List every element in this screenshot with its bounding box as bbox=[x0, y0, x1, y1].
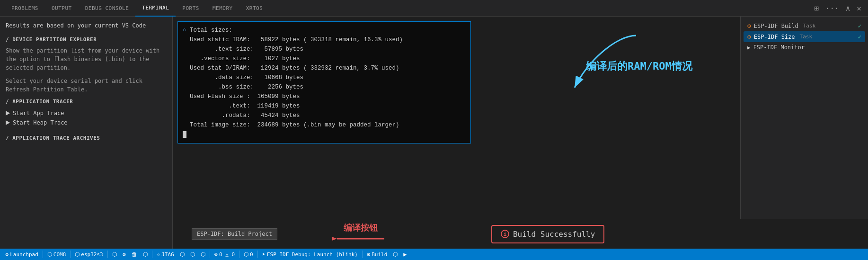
tab-xrtos[interactable]: XRTOS bbox=[239, 0, 270, 17]
statusbar-gear[interactable]: ⚙ bbox=[121, 249, 127, 260]
statusbar-errors-label: 0 △ 0 bbox=[219, 251, 235, 258]
statusbar-esp32s3-label: esp32s3 bbox=[81, 251, 103, 258]
flash-icon: ⬡ bbox=[112, 251, 117, 258]
tab-ports[interactable]: PORTS bbox=[176, 0, 206, 17]
start-app-trace-item[interactable]: Start App Trace bbox=[6, 108, 167, 118]
monitor-task-icon: ▶ bbox=[747, 45, 751, 51]
status-sep-4 bbox=[152, 251, 152, 258]
task-esp-idf-monitor[interactable]: ▶ ESP-IDF Monitor bbox=[744, 42, 865, 53]
statusbar-box[interactable]: ⬡ bbox=[142, 249, 149, 260]
task-esp-idf-size-check: ✓ bbox=[858, 34, 861, 40]
task-esp-idf-size-label: ESP-IDF Size bbox=[754, 34, 795, 40]
play-icon bbox=[6, 111, 10, 116]
statusbar-com8-label: COM8 bbox=[53, 251, 66, 258]
center-panel: ○ Total sizes: Used static IRAM: 58922 b… bbox=[173, 17, 868, 249]
start-app-trace-label: Start App Trace bbox=[13, 110, 64, 117]
tab-terminal[interactable]: TERMINAL bbox=[135, 0, 176, 17]
sidebar-info: Results are based on your current VS Cod… bbox=[6, 21, 167, 30]
tab-debug-console[interactable]: DEBUG CONSOLE bbox=[79, 0, 136, 17]
close-icon[interactable]: ✕ bbox=[855, 3, 863, 14]
layout-icon[interactable]: ⊞ bbox=[812, 3, 821, 14]
status-sep-8 bbox=[362, 251, 363, 258]
jtag-icon: ☆ bbox=[157, 251, 160, 258]
terminal-box: ○ Total sizes: Used static IRAM: 58922 b… bbox=[177, 21, 471, 143]
sidebar: Results are based on your current VS Cod… bbox=[0, 17, 173, 249]
build-icon: ⚙ bbox=[367, 251, 370, 258]
more-icon[interactable]: ··· bbox=[824, 3, 841, 14]
chevron-up-icon[interactable]: ∧ bbox=[844, 3, 852, 14]
build-task-icon: ⚙ bbox=[747, 22, 751, 29]
task-esp-idf-size-suffix: Task bbox=[800, 34, 813, 40]
status-sep-2 bbox=[70, 251, 71, 258]
status-sep-6 bbox=[239, 251, 239, 258]
annotation-arrow-svg bbox=[560, 21, 655, 97]
run-icon: ▶ bbox=[403, 251, 407, 258]
screen-icon: ⬡ bbox=[201, 251, 205, 258]
statusbar-flash2[interactable]: ⬡ bbox=[391, 249, 399, 260]
status-sep-3 bbox=[107, 251, 108, 258]
app-trace-archives: / APPLICATION TRACE ARCHIVES bbox=[6, 135, 167, 141]
annotation-area: 编译后的RAM/ROM情况 bbox=[560, 17, 740, 219]
tab-bar: PROBLEMS OUTPUT DEBUG CONSOLE TERMINAL P… bbox=[0, 0, 868, 17]
build-success-icon: i bbox=[501, 230, 509, 238]
task-list: ⚙ ESP-IDF Build Task ✓ ⚙ ESP-IDF Size Ta… bbox=[740, 17, 868, 219]
size-task-icon: ⚙ bbox=[747, 33, 751, 40]
esp32s3-icon: ⬡ bbox=[75, 251, 80, 258]
statusbar-screen[interactable]: ⬡ bbox=[199, 249, 207, 260]
terminal-area[interactable]: ○ Total sizes: Used static IRAM: 58922 b… bbox=[173, 17, 560, 219]
statusbar-plug[interactable]: ⬡ bbox=[178, 249, 186, 260]
tab-memory[interactable]: MEMORY bbox=[206, 0, 239, 17]
statusbar-jtag[interactable]: ☆ JTAG bbox=[155, 249, 176, 260]
trash-icon: 🗑 bbox=[132, 251, 137, 258]
terminal-line-9: .rodata: 45424 bytes bbox=[183, 111, 466, 120]
statusbar-trash[interactable]: 🗑 bbox=[130, 249, 139, 260]
statusbar-jtag-label: JTAG bbox=[161, 251, 174, 258]
box-icon: ⬡ bbox=[143, 251, 148, 258]
tab-problems[interactable]: PROBLEMS bbox=[5, 0, 45, 17]
app-tracer-title: / APPLICATION TRACER bbox=[6, 99, 167, 105]
terminal-line-6: .bss size: 2256 bytes bbox=[183, 82, 466, 92]
task-esp-idf-build-check: ✓ bbox=[858, 23, 861, 29]
terminal-cursor-line bbox=[183, 130, 466, 139]
statusbar-build[interactable]: ⚙ Build bbox=[365, 249, 389, 260]
task-esp-idf-build-label: ESP-IDF Build bbox=[754, 23, 798, 29]
status-sep-5 bbox=[210, 251, 210, 258]
flash-icon2: ⬡ bbox=[393, 251, 398, 258]
device-partition-title: / DEVICE PARTITION EXPLORER bbox=[6, 36, 167, 43]
start-heap-trace-label: Start Heap Trace bbox=[13, 119, 68, 126]
tab-output[interactable]: OUTPUT bbox=[45, 0, 79, 17]
statusbar-flash[interactable]: ⬡ bbox=[111, 249, 118, 260]
statusbar-launchpad[interactable]: ⚙ Launchpad bbox=[4, 249, 40, 260]
terminal-line-7: Used Flash size : 165099 bytes bbox=[183, 92, 466, 101]
play-icon2 bbox=[6, 120, 10, 125]
device-partition-desc: Show the partition list from your device… bbox=[6, 46, 167, 72]
terminal-line-1: Used static IRAM: 58922 bytes ( 303318 r… bbox=[183, 35, 466, 45]
terminal-line-8: .text: 119419 bytes bbox=[183, 101, 466, 111]
arrow-label-container: 编译按钮 bbox=[332, 222, 389, 246]
terminal-line-0: ○ Total sizes: bbox=[183, 26, 466, 35]
build-arrow-svg bbox=[332, 232, 389, 246]
statusbar-errors[interactable]: ⊗ 0 △ 0 bbox=[213, 249, 236, 260]
status-sep-7 bbox=[257, 251, 258, 258]
task-esp-idf-size[interactable]: ⚙ ESP-IDF Size Task ✓ bbox=[744, 31, 865, 42]
statusbar-run[interactable]: ▶ bbox=[402, 249, 408, 260]
statusbar-launchpad-label: Launchpad bbox=[10, 251, 38, 258]
debug-icon: ➤ bbox=[262, 251, 266, 258]
statusbar-monitor[interactable]: ⬡ bbox=[189, 249, 196, 260]
terminal-line-3: .vectors size: 1027 bytes bbox=[183, 54, 466, 63]
terminal-line-5: .data size: 10668 bytes bbox=[183, 73, 466, 82]
wave-icon: ⬡ bbox=[244, 251, 248, 258]
plug-icon: ⬡ bbox=[180, 251, 185, 258]
build-tooltip-container: ESP-IDF: Build Project bbox=[192, 228, 277, 240]
statusbar-esp32s3[interactable]: ⬡ esp32s3 bbox=[73, 249, 104, 260]
status-bar: ⚙ Launchpad ⬡ COM8 ⬡ esp32s3 ⬡ ⚙ 🗑 ⬡ ☆ J… bbox=[0, 249, 868, 260]
build-success-box: i Build Successfully bbox=[491, 225, 604, 243]
task-esp-idf-monitor-label: ESP-IDF Monitor bbox=[753, 44, 805, 51]
start-heap-trace-item[interactable]: Start Heap Trace bbox=[6, 118, 167, 127]
top-section: ○ Total sizes: Used static IRAM: 58922 b… bbox=[173, 17, 868, 219]
statusbar-com8[interactable]: ⬡ COM8 bbox=[46, 249, 68, 260]
build-success-container: i Build Successfully bbox=[491, 225, 604, 243]
statusbar-wave[interactable]: ⬡ 0 bbox=[242, 249, 255, 260]
task-esp-idf-build[interactable]: ⚙ ESP-IDF Build Task ✓ bbox=[744, 20, 865, 31]
statusbar-debug-launch[interactable]: ➤ ESP-IDF Debug: Launch (blink) bbox=[261, 249, 359, 260]
